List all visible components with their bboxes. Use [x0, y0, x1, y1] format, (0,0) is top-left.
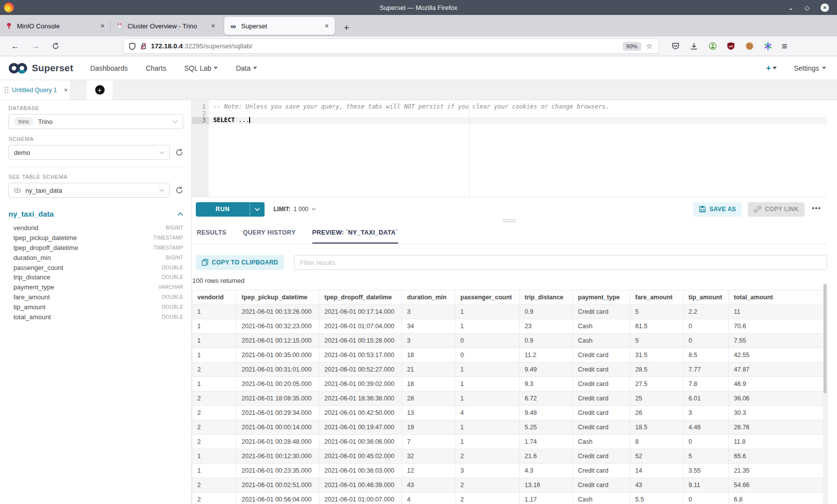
zoom-level-badge[interactable]: 90% — [623, 42, 641, 51]
run-button[interactable]: RUN — [196, 202, 265, 217]
add-query-tab-button[interactable]: + — [87, 80, 113, 100]
database-select[interactable]: trino Trino — [8, 114, 183, 129]
table-cell: 13 — [402, 406, 455, 420]
query-tab-close-icon[interactable]: × — [64, 86, 68, 94]
table-schema-title[interactable]: ny_taxi_data — [8, 210, 177, 218]
column-header-tpep_pickup_datetime[interactable]: tpep_pickup_datetime — [237, 290, 319, 305]
privacy-extension-icon[interactable] — [708, 42, 717, 51]
chevron-down-icon — [159, 151, 164, 154]
schema-select[interactable]: demo — [8, 145, 170, 160]
filter-results-input[interactable] — [294, 255, 827, 270]
tab-close-icon[interactable]: × — [100, 22, 106, 30]
copy-to-clipboard-button[interactable]: COPY TO CLIPBOARD — [196, 255, 284, 270]
column-header-fare_amount[interactable]: fare_amount — [630, 290, 684, 305]
column-header-vendorid[interactable]: vendorid — [192, 290, 237, 305]
multi-account-containers-icon[interactable] — [763, 42, 772, 51]
more-options-button[interactable]: ••• — [811, 204, 824, 215]
table-cell: 1 — [192, 377, 237, 391]
url-bar[interactable]: 172.18.0.4:32295/superset/sqllab/ 90% ☆ — [123, 38, 659, 54]
tab-close-icon[interactable]: × — [324, 22, 330, 30]
browser-tab-cluster-overview-trino[interactable]: Cluster Overview - Trino× — [111, 17, 221, 35]
settings-menu[interactable]: Settings — [794, 64, 826, 72]
results-scrollbar[interactable] — [823, 284, 827, 504]
limit-dropdown[interactable]: LIMIT: 1 000 — [274, 206, 316, 213]
table-cell: 0.9 — [520, 334, 573, 348]
run-dropdown-button[interactable] — [250, 202, 265, 217]
download-icon[interactable] — [690, 42, 698, 51]
nav-item-dashboards[interactable]: Dashboards — [90, 64, 128, 72]
refresh-schema-icon[interactable] — [175, 148, 183, 156]
browser-tab-superset[interactable]: ∞Superset× — [224, 17, 335, 35]
window-minimize-button[interactable]: ⌄ — [788, 4, 794, 11]
superset-logo[interactable]: Superset — [8, 62, 73, 74]
sqllab-editor-pane: 123 -- Note: Unless you save your query,… — [192, 100, 837, 504]
reload-button[interactable] — [46, 42, 65, 50]
table-cell: 2021-06-01 18:08:35.000 — [237, 391, 319, 406]
column-type: BIGINT — [166, 255, 183, 260]
table-cell: 2021-06-01 00:32:23.000 — [237, 319, 319, 334]
url-text[interactable]: 172.18.0.4:32295/superset/sqllab/ — [151, 42, 252, 50]
shield-icon[interactable] — [129, 42, 136, 50]
window-title: Superset — Mozilla Firefox — [0, 4, 837, 11]
table-cell: 1 — [192, 305, 237, 319]
schema-column-row: tpep_pickup_datetimeTIMESTAMP — [8, 233, 183, 243]
window-maximize-button[interactable]: ◇ — [805, 4, 810, 11]
drag-handle-icon[interactable] — [4, 87, 8, 93]
new-tab-button[interactable]: + — [337, 22, 356, 36]
table-cell: 6.8 — [729, 493, 828, 504]
save-as-button[interactable]: SAVE AS — [693, 202, 742, 217]
tab-close-icon[interactable]: × — [210, 22, 216, 30]
menu-icon[interactable]: ≡ — [782, 41, 787, 52]
window-titlebar: Superset — Mozilla Firefox ⌄ ◇ × — [0, 0, 837, 15]
south-tab-query-history[interactable]: QUERY HISTORY — [243, 221, 296, 244]
insecure-lock-icon[interactable] — [140, 42, 147, 50]
forward-button[interactable]: → — [25, 41, 46, 51]
column-name: total_amount — [13, 313, 162, 321]
sqllab-left-panel: DATABASE trino Trino SCHEMA demo SEE TAB… — [0, 100, 192, 504]
pocket-icon[interactable] — [671, 42, 680, 51]
table-cell: Credit card — [573, 420, 630, 435]
column-header-passenger_count[interactable]: passenger_count — [455, 290, 520, 305]
chevron-down-icon — [253, 67, 257, 69]
browser-tab-minio-console[interactable]: MinIO Console× — [0, 17, 111, 35]
table-cell: 2021-06-01 00:36:03.000 — [319, 464, 402, 478]
table-cell: 2021-06-01 00:56:04.000 — [237, 493, 319, 504]
query-tab-active[interactable]: Untitled Query 1 × — [0, 80, 71, 100]
table-cell: 30.3 — [729, 406, 828, 420]
pane-resize-handle[interactable] — [503, 220, 516, 224]
south-tab-preview[interactable]: PREVIEW: `NY_TAXI_DATA` — [312, 221, 398, 244]
refresh-table-icon[interactable] — [175, 186, 183, 194]
column-header-tip_amount[interactable]: tip_amount — [684, 290, 729, 305]
editor-code[interactable]: -- Note: Unless you save your query, the… — [209, 100, 827, 197]
table-cell: 18 — [402, 377, 455, 391]
column-header-total_amount[interactable]: total_amount — [729, 290, 828, 305]
nav-item-charts[interactable]: Charts — [145, 64, 166, 72]
nav-item-sql-lab[interactable]: SQL Lab — [184, 64, 218, 72]
nav-item-data[interactable]: Data — [236, 64, 257, 72]
bookmark-star-icon[interactable]: ☆ — [645, 42, 654, 51]
sql-editor[interactable]: 123 -- Note: Unless you save your query,… — [192, 100, 827, 197]
column-header-tpep_dropoff_datetime[interactable]: tpep_dropoff_datetime — [319, 290, 402, 305]
table-cell: 1 — [192, 334, 237, 348]
column-name: vendorid — [13, 224, 166, 232]
table-cell: 12 — [402, 464, 455, 478]
column-header-duration_min[interactable]: duration_min — [402, 290, 455, 305]
copy-link-button[interactable]: COPY LINK — [748, 202, 805, 217]
schema-column-row: trip_distanceDOUBLE — [8, 272, 183, 282]
superset-navbar: Superset DashboardsChartsSQL LabData + S… — [0, 56, 837, 80]
column-header-payment_type[interactable]: payment_type — [573, 290, 630, 305]
collapse-chevron-up-icon[interactable] — [177, 212, 183, 216]
browser-tab-title: Cluster Overview - Trino — [128, 22, 206, 30]
back-button[interactable]: ← — [5, 41, 25, 51]
column-header-trip_distance[interactable]: trip_distance — [520, 290, 573, 305]
new-query-plus-button[interactable]: + — [766, 63, 777, 73]
window-close-button[interactable]: × — [821, 3, 829, 12]
table-row: 22021-06-01 18:08:35.0002021-06-01 18:36… — [192, 391, 828, 406]
table-select[interactable]: ny_taxi_data — [8, 183, 170, 198]
table-cell: 34 — [402, 319, 455, 334]
south-tab-results[interactable]: RESULTS — [197, 221, 227, 244]
table-cell: 0 — [684, 493, 729, 504]
cookie-extension-icon[interactable] — [745, 42, 754, 51]
ublock-origin-icon[interactable]: uO — [726, 42, 735, 51]
scrollbar-thumb[interactable] — [824, 284, 827, 393]
